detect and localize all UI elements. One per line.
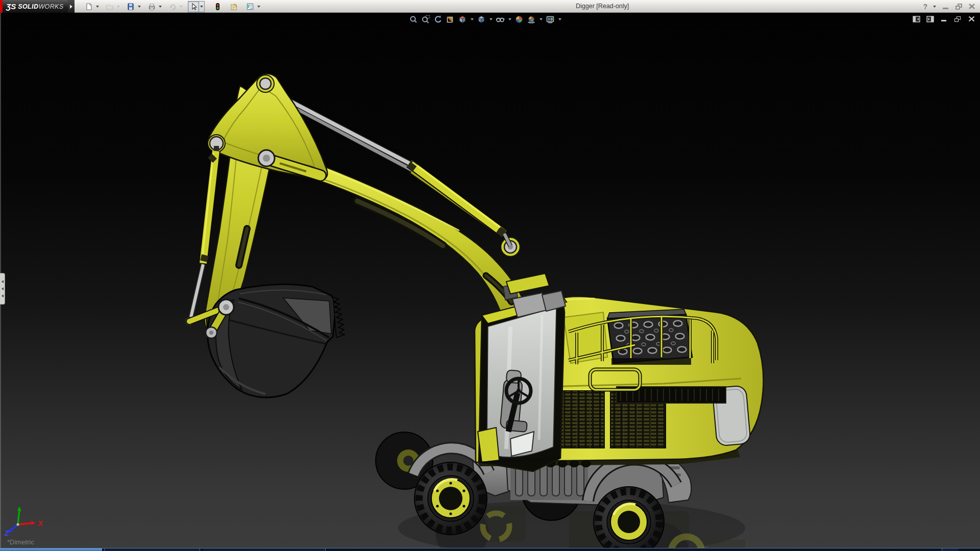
- open-dropdown[interactable]: [115, 1, 121, 12]
- zoom-to-fit-button[interactable]: [408, 14, 419, 24]
- save-dropdown[interactable]: [136, 1, 142, 12]
- view-orientation-dropdown[interactable]: [470, 14, 474, 24]
- minimize-button[interactable]: [940, 2, 950, 11]
- brand-solid: SOLID: [18, 3, 38, 10]
- restore-icon: [955, 4, 962, 10]
- view-settings-button[interactable]: [545, 14, 555, 24]
- options-list-icon: [246, 3, 254, 11]
- doc-minimize-icon: [941, 20, 946, 21]
- view-orientation-icon: [458, 15, 467, 24]
- feature-pane-splitter[interactable]: [0, 273, 5, 305]
- new-button[interactable]: [83, 1, 94, 12]
- apply-scene-button[interactable]: [526, 14, 536, 24]
- collapse-arrow-icon: [2, 287, 4, 290]
- doc-close-icon: [968, 16, 975, 22]
- window-controls: ?: [922, 0, 977, 13]
- taskbar-segment[interactable]: [104, 548, 200, 551]
- reference-triad: X Z: [4, 504, 65, 537]
- rebuild-button[interactable]: [212, 1, 223, 12]
- previous-view-icon: [433, 15, 443, 24]
- new-document-icon: [85, 3, 93, 11]
- doc-close-button[interactable]: [967, 15, 976, 23]
- main-toolbar: [79, 0, 261, 13]
- apply-scene-dropdown[interactable]: [538, 14, 543, 24]
- taskbar-tray-segment[interactable]: [942, 548, 959, 551]
- apply-scene-icon: [527, 15, 536, 24]
- undo-arrow-icon: [168, 3, 177, 11]
- graphics-viewport[interactable]: X Z *Dimetric: [0, 13, 980, 548]
- view-settings-icon: [546, 15, 555, 24]
- window-title: Digger [Read-only]: [576, 3, 629, 10]
- heads-up-view-toolbar: [408, 14, 562, 24]
- save-button[interactable]: [125, 1, 136, 12]
- taskbar-segment[interactable]: [203, 548, 326, 551]
- print-icon: [148, 3, 156, 11]
- triad-x-label: X: [37, 519, 43, 528]
- right-pane-icon: [926, 16, 934, 22]
- solidworks-logo: ƷS SOLIDWORKS: [3, 0, 68, 13]
- display-style-dropdown[interactable]: [488, 14, 493, 24]
- hide-show-items-button[interactable]: [495, 14, 505, 24]
- open-folder-icon: [106, 3, 114, 11]
- section-view-icon: [446, 15, 455, 24]
- show-left-pane-button[interactable]: [912, 15, 921, 23]
- hide-show-items-icon: [496, 15, 505, 24]
- select-button[interactable]: [188, 1, 199, 12]
- collapse-arrow-icon: [2, 280, 4, 283]
- restore-button[interactable]: [953, 2, 964, 11]
- undo-button[interactable]: [167, 1, 178, 12]
- options-button[interactable]: [244, 1, 256, 12]
- front-wheel: [414, 462, 487, 535]
- doc-restore-icon: [954, 16, 961, 22]
- menu-flyout-button[interactable]: [68, 0, 75, 13]
- print-button[interactable]: [146, 1, 157, 12]
- section-view-button[interactable]: [445, 14, 455, 24]
- save-floppy-icon: [127, 3, 135, 11]
- flyout-arrow-icon: [70, 5, 72, 9]
- document-window-controls: [912, 15, 976, 23]
- previous-view-button[interactable]: [433, 14, 443, 24]
- taskbar-start-segment[interactable]: [0, 548, 102, 551]
- brand-works: WORKS: [38, 3, 63, 10]
- file-properties-icon: [230, 3, 238, 11]
- edit-appearance-button[interactable]: [514, 14, 524, 24]
- doc-restore-button[interactable]: [953, 15, 962, 23]
- rebuild-stoplight-icon: [213, 3, 222, 11]
- select-cursor-icon: [189, 3, 198, 11]
- excavator-model: [0, 13, 980, 548]
- cab: [478, 273, 567, 471]
- zoom-to-area-icon: [421, 15, 430, 24]
- minimize-icon: [943, 8, 948, 9]
- hide-show-items-dropdown[interactable]: [507, 14, 512, 24]
- close-button[interactable]: [967, 2, 977, 11]
- edit-appearance-icon: [514, 15, 524, 24]
- select-dropdown[interactable]: [199, 1, 205, 12]
- doc-minimize-button[interactable]: [939, 15, 948, 23]
- left-pane-icon: [913, 16, 920, 22]
- show-right-pane-button[interactable]: [925, 15, 935, 23]
- display-style-button[interactable]: [476, 14, 486, 24]
- solidworks-window: ƷS SOLIDWORKS: [0, 0, 980, 551]
- triad-z-label: Z: [4, 529, 9, 537]
- view-orientation-label: *Dimetric: [7, 538, 34, 546]
- file-properties-button[interactable]: [228, 1, 239, 12]
- zoom-to-fit-icon: [409, 15, 418, 24]
- close-icon: [968, 3, 975, 10]
- triad-x-arrow: [31, 521, 36, 525]
- zoom-to-area-button[interactable]: [421, 14, 431, 24]
- options-dropdown[interactable]: [256, 1, 261, 12]
- title-bar: ƷS SOLIDWORKS: [0, 0, 980, 13]
- help-dropdown[interactable]: [932, 1, 937, 12]
- view-orientation-button[interactable]: [457, 14, 468, 24]
- collapse-arrow-icon: [2, 294, 4, 297]
- boom-triangle-plate: [208, 73, 327, 180]
- view-settings-dropdown[interactable]: [557, 14, 562, 24]
- new-dropdown[interactable]: [94, 1, 100, 12]
- undo-dropdown[interactable]: [178, 1, 184, 12]
- triad-y-arrow: [17, 506, 21, 511]
- open-button[interactable]: [104, 1, 115, 12]
- display-style-icon: [477, 15, 486, 24]
- solidworks-logo-icon: ƷS: [6, 2, 16, 11]
- print-dropdown[interactable]: [157, 1, 163, 12]
- help-button[interactable]: ?: [922, 3, 928, 11]
